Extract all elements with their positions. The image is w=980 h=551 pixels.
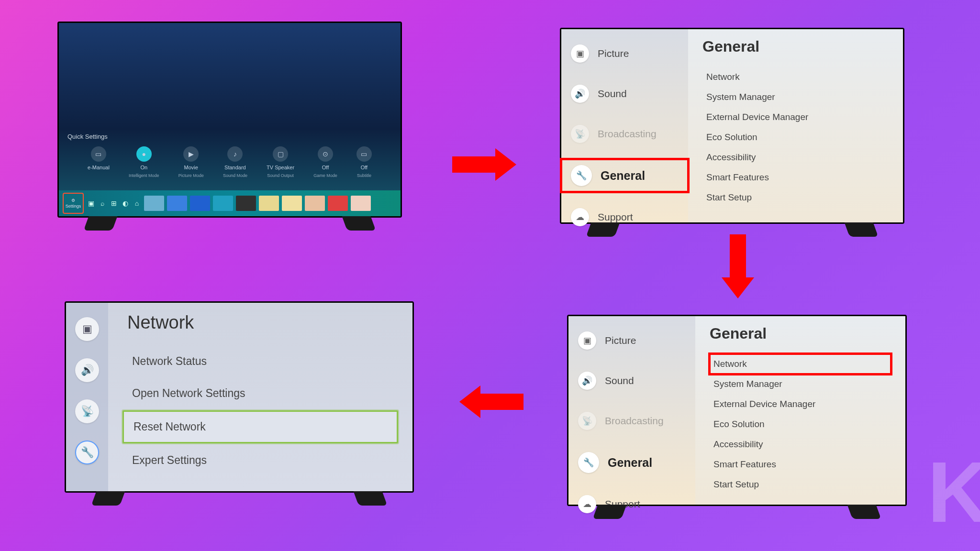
app-thumb[interactable] [282, 196, 302, 211]
submenu-item-smart[interactable]: Smart Features [702, 167, 889, 187]
tv-general-menu-step3: ▣Picture 🔊Sound 📡Broadcasting 🔧General ☁… [567, 315, 907, 506]
app-thumb[interactable] [144, 196, 164, 211]
submenu-item-eco[interactable]: Eco Solution [710, 414, 891, 434]
submenu-title: General [710, 325, 891, 342]
submenu-item-system[interactable]: System Manager [710, 374, 891, 394]
network-item-expert[interactable]: Expert Settings [122, 445, 398, 475]
apps-icon[interactable]: ⊞ [110, 199, 118, 208]
qs-item-game[interactable]: ⊙OffGame Mode [313, 146, 337, 178]
qs-item-intelligent[interactable]: ●OnIntelligent Mode [129, 146, 159, 178]
app-thumb[interactable] [259, 196, 279, 211]
subtitle-icon: ▭ [356, 146, 372, 162]
intelligent-icon: ● [136, 146, 152, 162]
arrow-down-icon [722, 234, 754, 298]
picture-icon[interactable]: ▣ [75, 317, 99, 341]
settings-tile[interactable]: ⚙ Settings [63, 193, 84, 214]
broadcast-icon: 📡 [571, 125, 589, 143]
qs-item-emanual[interactable]: ▭e-Manual [88, 146, 110, 178]
submenu-title: General [702, 38, 889, 55]
sidebar-item-picture[interactable]: ▣Picture [561, 39, 688, 68]
tv-stand [586, 222, 620, 237]
submenu-item-network[interactable]: Network [702, 67, 889, 87]
sidebar-item-sound[interactable]: 🔊Sound [568, 366, 695, 396]
tv-stand [84, 216, 118, 231]
submenu-item-external[interactable]: External Device Manager [702, 107, 889, 127]
tv1-screen: Quick Settings ▭e-Manual ●OnIntelligent … [59, 23, 401, 216]
search-icon[interactable]: ⌕ [98, 199, 107, 208]
quick-settings-label: Quick Settings [67, 133, 108, 140]
sidebar-item-sound[interactable]: 🔊Sound [561, 79, 688, 109]
submenu-item-external[interactable]: External Device Manager [710, 394, 891, 414]
network-submenu: Network Network Status Open Network Sett… [108, 303, 412, 491]
submenu-item-accessibility[interactable]: Accessibility [710, 434, 891, 454]
home-icon[interactable]: ⌂ [133, 199, 141, 208]
broadcast-icon[interactable]: 📡 [75, 399, 99, 423]
settings-category-list: ▣Picture 🔊Sound 📡Broadcasting 🔧General ☁… [568, 316, 695, 505]
wrench-icon: 🔧 [571, 165, 592, 186]
app-thumb[interactable] [328, 196, 348, 211]
speaker-icon: ▢ [273, 146, 288, 162]
settings-category-list: ▣Picture 🔊Sound 📡Broadcasting 🔧General ☁… [561, 29, 688, 222]
bottom-launcher-bar: ⚙ Settings ▣ ⌕ ⊞ ◐ ⌂ [59, 190, 401, 216]
source-icon[interactable]: ▣ [87, 199, 95, 208]
submenu-item-eco[interactable]: Eco Solution [702, 127, 889, 147]
sidebar-item-general[interactable]: 🔧General [568, 446, 695, 479]
submenu-item-smart[interactable]: Smart Features [710, 454, 891, 474]
qs-item-sound[interactable]: ♪StandardSound Mode [223, 146, 247, 178]
app-thumb[interactable] [236, 196, 256, 211]
tv-stand [91, 491, 125, 506]
app-thumb[interactable] [305, 196, 325, 211]
app-thumb[interactable] [167, 196, 187, 211]
arrow-right-icon [452, 148, 516, 181]
network-title: Network [122, 312, 398, 333]
ambient-icon[interactable]: ◐ [121, 199, 130, 208]
network-item-open[interactable]: Open Network Settings [122, 378, 398, 408]
app-thumb[interactable] [190, 196, 210, 211]
submenu-item-accessibility[interactable]: Accessibility [702, 147, 889, 167]
settings-submenu: General Network System Manager External … [695, 316, 905, 505]
picture-icon: ▣ [578, 331, 596, 350]
submenu-item-setup[interactable]: Start Setup [710, 474, 891, 495]
network-item-reset[interactable]: Reset Network [122, 410, 398, 443]
sidebar-item-broadcasting: 📡Broadcasting [561, 119, 688, 149]
cloud-icon: ☁ [571, 208, 589, 226]
picture-icon: ▣ [571, 44, 589, 63]
broadcast-icon: 📡 [578, 412, 596, 430]
settings-screen: ▣Picture 🔊Sound 📡Broadcasting 🔧General ☁… [561, 29, 903, 222]
settings-icon-rail: ▣ 🔊 📡 🔧 [66, 303, 108, 491]
sidebar-item-general[interactable]: 🔧General [561, 159, 688, 192]
settings-submenu: General Network System Manager External … [688, 29, 903, 222]
qs-item-picture[interactable]: ▶MoviePicture Mode [178, 146, 204, 178]
gear-icon: ⚙ [71, 198, 75, 203]
sound-icon[interactable]: 🔊 [75, 358, 99, 382]
sidebar-item-support[interactable]: ☁Support [568, 489, 695, 519]
wrench-icon[interactable]: 🔧 [75, 441, 99, 464]
qs-item-output[interactable]: ▢TV SpeakerSound Output [267, 146, 294, 178]
tv-stand [342, 216, 376, 231]
watermark: K [927, 442, 980, 541]
tv-stand [354, 491, 388, 506]
cloud-icon: ☁ [578, 495, 596, 513]
submenu-item-setup[interactable]: Start Setup [702, 187, 889, 208]
tv-stand [844, 222, 878, 237]
app-thumb[interactable] [213, 196, 233, 211]
book-icon: ▭ [91, 146, 106, 162]
tv-stand [593, 505, 627, 519]
submenu-item-system[interactable]: System Manager [702, 87, 889, 107]
tv-network-menu: ▣ 🔊 📡 🔧 Network Network Status Open Netw… [65, 301, 414, 493]
network-screen: ▣ 🔊 📡 🔧 Network Network Status Open Netw… [66, 303, 412, 491]
sidebar-item-picture[interactable]: ▣Picture [568, 326, 695, 355]
arrow-left-icon [459, 386, 523, 418]
submenu-item-network[interactable]: Network [710, 354, 891, 374]
app-thumb[interactable] [351, 196, 371, 211]
tv-general-menu-step2: ▣Picture 🔊Sound 📡Broadcasting 🔧General ☁… [560, 28, 904, 224]
sidebar-item-support[interactable]: ☁Support [561, 202, 688, 232]
qs-item-subtitle[interactable]: ▭OffSubtitle [356, 146, 372, 178]
play-icon: ▶ [183, 146, 199, 162]
tv-stand [847, 505, 881, 519]
sound-icon: 🔊 [578, 372, 596, 390]
quick-settings-row: ▭e-Manual ●OnIntelligent Mode ▶MoviePict… [59, 146, 401, 178]
game-icon: ⊙ [318, 146, 333, 162]
network-item-status[interactable]: Network Status [122, 346, 398, 376]
sound-mode-icon: ♪ [227, 146, 243, 162]
